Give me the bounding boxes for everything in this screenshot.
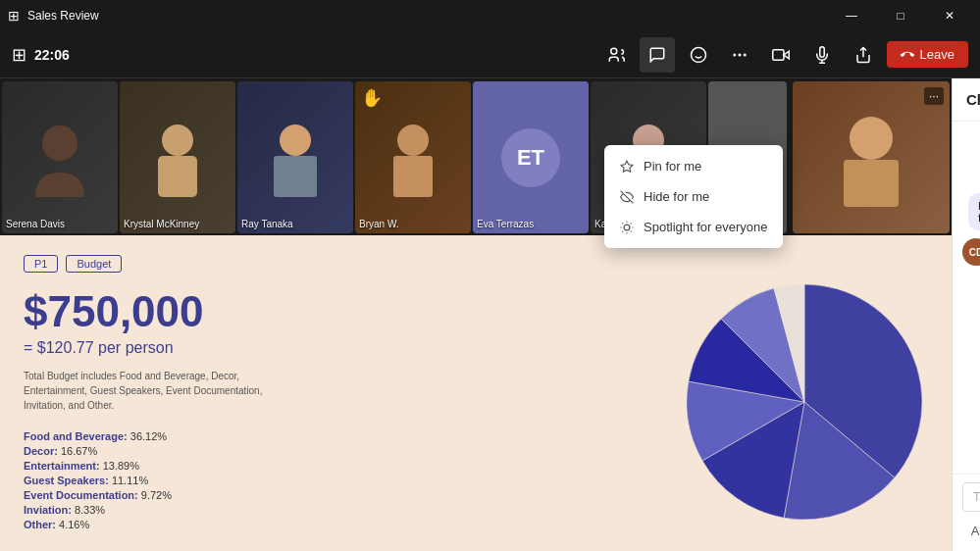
people-icon-btn[interactable] [598, 37, 634, 73]
chat-panel: Chat ✕ 10/27What do you think?LMK if you… [952, 78, 980, 551]
pin-for-me-item[interactable]: Pin for me [604, 151, 783, 181]
pin-label: Pin for me [644, 159, 701, 174]
svg-point-5 [738, 53, 741, 56]
participant-strip: Serena Davis Krystal McKinney Ray Tanaka [0, 78, 952, 235]
more-options-btn[interactable] [722, 37, 757, 73]
participant-tile-serena[interactable]: Serena Davis [2, 81, 118, 233]
participant-name-et: Eva Terrazas [477, 219, 534, 229]
svg-rect-14 [158, 156, 197, 197]
share-btn[interactable] [846, 37, 881, 73]
svg-rect-8 [772, 49, 783, 60]
chat-icon-btn[interactable] [640, 37, 675, 73]
emoji-reactions-btn[interactable] [681, 37, 716, 73]
titlebar-controls: — □ ✕ [829, 0, 972, 31]
participant-tile-bryan[interactable]: ✋ Bryan W. [355, 81, 471, 233]
minimize-button[interactable]: — [829, 0, 874, 31]
main-content: Serena Davis Krystal McKinney Ray Tanaka [0, 78, 980, 551]
chat-toolbar: A 📎 🙂 GIF ··· [962, 518, 980, 543]
context-menu: Pin for me Hide for me Spotlight for eve… [604, 145, 783, 248]
svg-line-28 [631, 230, 632, 231]
chat-messages-list: 10/27What do you think?LMK if you have a… [953, 122, 980, 474]
svg-line-32 [631, 223, 632, 224]
svg-point-13 [162, 125, 193, 156]
toolbar: ⊞ 22:06 Leave [0, 31, 980, 78]
participant-tile-featured[interactable]: ··· [793, 81, 950, 233]
svg-point-17 [397, 125, 429, 156]
svg-rect-18 [393, 156, 433, 197]
svg-rect-22 [844, 160, 899, 207]
svg-line-31 [622, 230, 623, 231]
svg-point-4 [733, 53, 736, 56]
svg-point-15 [280, 125, 311, 156]
chat-message-input[interactable]: Type a new message [962, 482, 980, 512]
format-text-btn[interactable]: A [962, 518, 980, 543]
spotlight-item[interactable]: Spotlight for everyone [604, 212, 783, 242]
toolbar-right: Leave [598, 37, 968, 73]
svg-point-6 [743, 53, 746, 56]
participant-name-krystal: Krystal McKinney [124, 219, 199, 229]
slide-tags: P1 Budget [24, 255, 928, 273]
participant-tile-et[interactable]: ET Eva Terrazas [473, 81, 589, 233]
svg-rect-16 [274, 156, 317, 197]
slide-description: Total Budget includes Food and Beverage,… [24, 369, 298, 413]
call-time: 22:06 [34, 47, 70, 63]
tag-p1: P1 [24, 255, 58, 273]
chat-date: 10/27 [962, 330, 980, 341]
toolbar-left: ⊞ 22:06 [12, 44, 70, 66]
hide-for-me-item[interactable]: Hide for me [604, 181, 783, 212]
chat-input-area: Type a new message A 📎 🙂 GIF ··· [953, 474, 980, 551]
titlebar-title: Sales Review [27, 9, 99, 23]
camera-btn[interactable] [763, 37, 799, 73]
pie-chart [677, 275, 932, 529]
grid-icon: ⊞ [8, 8, 20, 24]
participant-tile-krystal[interactable]: Krystal McKinney [120, 81, 235, 233]
chat-title: Chat [966, 91, 980, 108]
svg-point-1 [691, 47, 705, 62]
chat-date: 10/27 [962, 137, 980, 148]
chat-message-right: LMK if you have any feedback [968, 193, 980, 230]
hide-label: Hide for me [644, 189, 709, 204]
svg-point-24 [624, 225, 630, 230]
avatar-cassandra: CD [962, 238, 980, 266]
app-grid-icon: ⊞ [12, 44, 26, 66]
leave-label: Leave [920, 47, 954, 62]
chat-message-left-container: CDCassandra Dunn 10/27This is looking go… [962, 238, 980, 319]
svg-point-0 [610, 48, 616, 54]
participant-name-bryan: Bryan W. [359, 219, 399, 229]
participant-name-ray: Ray Tanaka [241, 219, 293, 229]
spotlight-label: Spotlight for everyone [644, 220, 767, 234]
svg-line-27 [622, 223, 623, 224]
presentation-slide: P1 Budget $750,000 = $120.77 per person … [0, 235, 952, 551]
chat-header: Chat ✕ [953, 78, 980, 122]
mic-btn[interactable] [804, 37, 840, 73]
leave-button[interactable]: Leave [887, 41, 968, 68]
close-button[interactable]: ✕ [927, 0, 972, 31]
participant-tile-ray[interactable]: Ray Tanaka [237, 81, 353, 233]
svg-point-12 [42, 125, 77, 161]
titlebar-left: ⊞ Sales Review [8, 8, 99, 24]
svg-marker-7 [784, 51, 789, 59]
tag-budget: Budget [66, 255, 122, 273]
titlebar: ⊞ Sales Review — □ ✕ [0, 0, 980, 31]
svg-point-21 [850, 117, 893, 160]
maximize-button[interactable]: □ [878, 0, 923, 31]
participant-name-serena: Serena Davis [6, 219, 65, 229]
video-area: Serena Davis Krystal McKinney Ray Tanaka [0, 78, 952, 551]
input-placeholder: Type a new message [973, 490, 980, 504]
tile-options-btn[interactable]: ··· [924, 87, 944, 105]
